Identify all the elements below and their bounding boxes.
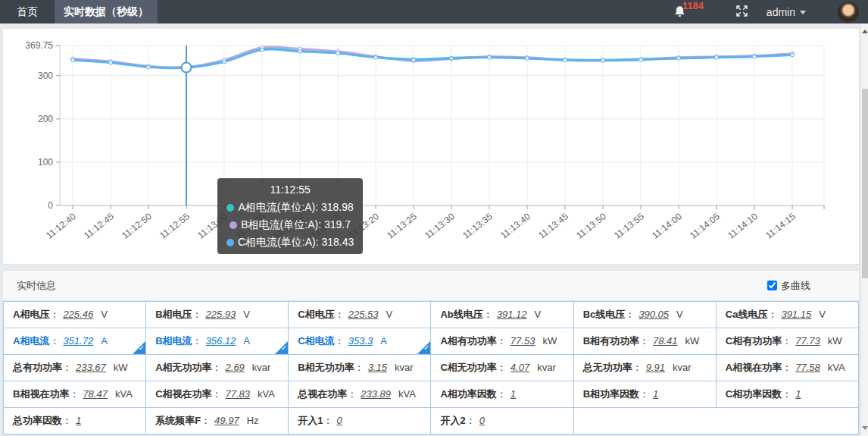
tab-realtime-data[interactable]: 实时数据（秒级）: [55, 0, 158, 24]
metric-label: A相电压: [13, 309, 49, 320]
metric-cell[interactable]: C相电压：225.53V: [289, 302, 431, 328]
metric-value: 2.69: [226, 362, 245, 373]
metric-cell[interactable]: C相视在功率：77.83kVA: [146, 381, 289, 408]
check-icon: ✓: [423, 341, 429, 354]
top-navbar: 首页 实时数据（秒级） 1184 admin: [0, 0, 868, 24]
metric-cell[interactable]: C相无功功率：4.07kvar: [431, 355, 573, 381]
metric-cell[interactable]: B相功率因数：1: [573, 381, 716, 408]
scroll-down-arrow-icon[interactable]: [862, 426, 868, 430]
metric-cell[interactable]: B相电压：225.93V: [146, 302, 289, 328]
multi-curve-toggle[interactable]: 多曲线: [767, 279, 810, 293]
metric-cell[interactable]: C相功率因数：1: [716, 381, 858, 408]
metric-cell[interactable]: C相有功功率：77.73kW: [716, 328, 858, 355]
metric-unit: V: [819, 309, 826, 320]
metric-label: 总功率因数: [13, 415, 62, 426]
metric-label: B相视在功率: [13, 388, 69, 400]
metric-unit: V: [676, 309, 683, 320]
metric-value: 1: [76, 415, 81, 426]
metric-cell[interactable]: C相电流：353.3A✓: [289, 328, 431, 355]
svg-text:200: 200: [38, 114, 53, 124]
svg-text:11:13:25: 11:13:25: [385, 211, 419, 240]
metric-unit: kVA: [828, 362, 845, 373]
metric-label: C相无功功率: [440, 362, 496, 373]
svg-text:11:12:55: 11:12:55: [158, 211, 192, 240]
metric-value: 225.53: [348, 309, 379, 320]
series-C相电流(单位:A): [71, 48, 795, 69]
tab-home[interactable]: 首页: [0, 0, 55, 24]
user-avatar[interactable]: [838, 2, 859, 23]
metric-cell[interactable]: A相视在功率：77.58kVA: [716, 355, 858, 381]
metric-value: 1: [510, 388, 516, 400]
svg-text:11:13:55: 11:13:55: [612, 211, 646, 240]
metric-cell[interactable]: 总无功功率：9.91kvar: [573, 355, 716, 381]
metric-cell[interactable]: A相电流：351.72A✓: [4, 328, 146, 355]
metric-cell[interactable]: A相电压：225.46V: [4, 302, 146, 328]
metric-unit: kvar: [252, 362, 271, 373]
metric-cell[interactable]: 开入1：0: [289, 408, 431, 434]
metric-label: Ab线电压: [440, 309, 482, 320]
metric-cell[interactable]: B相视在功率：78.47kVA: [4, 381, 146, 408]
metric-cell[interactable]: 总功率因数：1: [4, 408, 146, 434]
metric-value: 391.12: [497, 309, 527, 320]
y-axis-labels: 0100200300369.75: [25, 40, 53, 211]
svg-text:11:14:15: 11:14:15: [763, 211, 798, 240]
selected-corner-badge: ✓: [133, 341, 145, 354]
metric-value: 78.41: [653, 335, 678, 347]
metric-cell[interactable]: B相电流：356.12A✓: [146, 328, 289, 355]
svg-text:11:13:50: 11:13:50: [574, 211, 608, 240]
chart-gridlines: [60, 45, 824, 205]
svg-text:0: 0: [48, 200, 53, 211]
metric-cell[interactable]: Ca线电压：391.15V: [716, 302, 858, 328]
scroll-up-arrow-icon[interactable]: [862, 30, 868, 33]
metric-value: 49.97: [214, 415, 239, 426]
svg-text:11:13:45: 11:13:45: [536, 211, 570, 240]
metric-unit: A: [101, 335, 108, 347]
svg-text:11:14:00: 11:14:00: [650, 211, 684, 240]
metric-cell[interactable]: A相无功功率：2.69kvar: [146, 355, 289, 381]
realtime-line-chart[interactable]: 0100200300369.7511:12:4011:12:4511:12:50…: [3, 29, 859, 262]
metric-unit: kVA: [115, 388, 133, 400]
table-row: A相电流：351.72A✓B相电流：356.12A✓C相电流：353.3A✓A相…: [4, 328, 859, 355]
table-row: A相电压：225.46VB相电压：225.93VC相电压：225.53VAb线电…: [4, 302, 859, 328]
metric-cell[interactable]: 系统频率F：49.97Hz: [146, 408, 289, 434]
metric-label: 总视在功率: [298, 388, 347, 400]
metric-value: 77.83: [226, 388, 251, 400]
metric-cell[interactable]: Ab线电压：391.12V: [431, 302, 573, 328]
metric-cell[interactable]: 总有功功率：233.67kW: [4, 355, 146, 381]
metric-cell[interactable]: A相有功功率：77.53kW: [431, 328, 573, 355]
metric-value: 77.73: [795, 335, 820, 347]
metric-cell[interactable]: 开入2：0: [431, 408, 573, 434]
metric-value: 225.46: [63, 309, 93, 320]
table-row: 总功率因数：1系统频率F：49.97Hz开入1：0开入2：0: [4, 408, 859, 434]
metric-value: 225.93: [206, 309, 236, 320]
metrics-table: A相电压：225.46VB相电压：225.93VC相电压：225.53VAb线电…: [3, 301, 859, 434]
svg-text:11:13:05: 11:13:05: [233, 211, 267, 240]
svg-text:11:13:20: 11:13:20: [347, 211, 381, 240]
metric-cell[interactable]: B相有功功率：78.41kW: [573, 328, 716, 355]
metric-cell[interactable]: Bc线电压：390.05V: [573, 302, 716, 328]
metric-label: A相有功功率: [440, 335, 496, 347]
metric-label: C相电压: [298, 309, 334, 320]
metric-cell[interactable]: 总视在功率：233.89kVA: [289, 381, 431, 408]
metric-cell[interactable]: B相无功功率：3.15kvar: [289, 355, 431, 381]
vertical-scrollbar[interactable]: [860, 24, 868, 436]
metric-cell[interactable]: A相功率因数：1: [431, 381, 573, 408]
metric-label: A相电流: [13, 335, 49, 347]
metric-unit: A: [243, 335, 250, 347]
scrollbar-thumb[interactable]: [862, 89, 868, 278]
metric-value: 353.3: [348, 335, 373, 347]
realtime-info-panel: 实时信息 多曲线 A相电压：225.46VB相电压：225.93VC相电压：22…: [2, 270, 860, 435]
metric-value: 78.47: [83, 388, 108, 400]
metric-label: C相有功功率: [726, 335, 782, 347]
multi-curve-checkbox[interactable]: [767, 281, 777, 290]
check-icon: ✓: [139, 341, 145, 354]
svg-text:11:12:45: 11:12:45: [82, 211, 116, 240]
metric-label: 总有功功率: [13, 362, 62, 373]
notification-bell-button[interactable]: 1184: [674, 5, 685, 21]
user-menu[interactable]: admin: [767, 6, 806, 18]
metric-value: 0: [479, 415, 485, 426]
fullscreen-button[interactable]: [735, 5, 748, 20]
metric-value: 351.72: [63, 335, 93, 347]
metric-value: 0: [337, 415, 342, 426]
metric-unit: A: [380, 335, 387, 347]
